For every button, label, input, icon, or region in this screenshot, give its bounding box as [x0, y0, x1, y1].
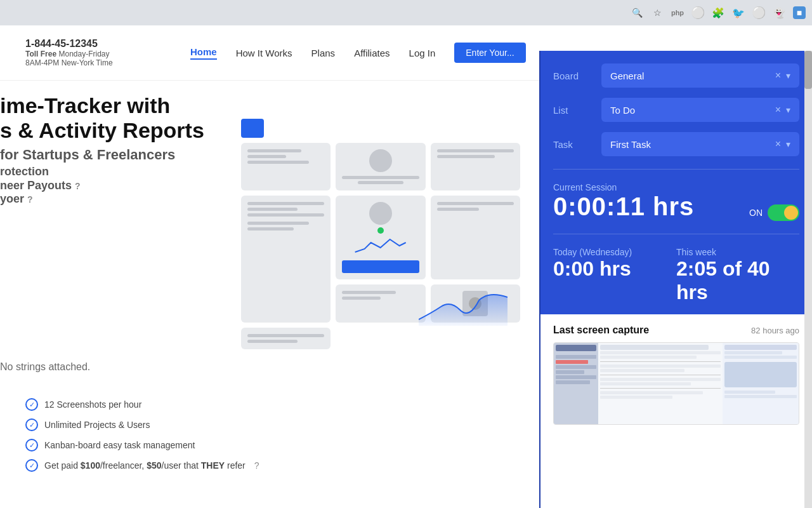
- partial-label-payouts: neer Payouts ?: [0, 179, 81, 193]
- task-select[interactable]: First Task × ▾: [601, 132, 799, 156]
- nav-home[interactable]: Home: [190, 46, 217, 60]
- session-toggle-row: Current Session 0:00:11 hrs ON: [553, 182, 799, 221]
- nav-plans[interactable]: Plans: [311, 48, 336, 58]
- no-strings: No strings attached.: [0, 361, 90, 373]
- week-stat: This week 2:05 of 40 hrs: [676, 247, 799, 304]
- task-label: Task: [553, 139, 591, 150]
- dash-card-1: [241, 143, 331, 190]
- php-icon[interactable]: php: [671, 6, 684, 19]
- app-logo-preview: [241, 119, 264, 138]
- check-icon-1: ✓: [25, 398, 38, 411]
- board-dropdown-icon[interactable]: ▾: [786, 70, 790, 81]
- site-nav: Home How It Works Plans Affiliates Log I…: [190, 43, 526, 63]
- dash-highlight-bar: [342, 260, 419, 273]
- board-select[interactable]: General × ▾: [601, 64, 799, 88]
- task-value: First Task: [610, 139, 651, 150]
- session-timer: 0:00:11 hrs: [553, 192, 694, 221]
- list-row: List To Do × ▾: [553, 98, 799, 122]
- session-left: Current Session 0:00:11 hrs: [553, 182, 694, 221]
- toggle-container: ON: [749, 204, 799, 221]
- hero-title-line1: ime-Tracker with: [0, 93, 204, 118]
- board-clear-icon[interactable]: ×: [775, 70, 781, 81]
- task-dropdown-icon[interactable]: ▾: [786, 139, 790, 149]
- extension-icon-2[interactable]: 🧩: [712, 6, 724, 19]
- session-label: Current Session: [553, 182, 694, 192]
- week-value: 2:05 of 40 hrs: [676, 257, 799, 304]
- phone-number: 1-844-45-12345: [25, 38, 152, 50]
- session-toggle[interactable]: [768, 204, 799, 221]
- week-label: This week: [676, 247, 799, 257]
- today-stat: Today (Wednesday) 0:00 hrs: [553, 247, 676, 304]
- feature-label-2: Unlimited Projects & Users: [44, 420, 150, 430]
- task-select-actions: × ▾: [775, 138, 790, 150]
- check-icon-2: ✓: [25, 418, 38, 431]
- website-container: 1-844-45-12345 Toll Free Monday-Friday 8…: [0, 25, 812, 508]
- logo-area: 1-844-45-12345 Toll Free Monday-Friday 8…: [25, 38, 152, 67]
- extension-icon-3[interactable]: 🐦: [732, 6, 745, 19]
- task-row: Task First Task × ▾: [553, 132, 799, 156]
- list-clear-icon[interactable]: ×: [775, 104, 781, 116]
- today-value: 0:00 hrs: [553, 257, 676, 281]
- star-icon[interactable]: ☆: [651, 6, 664, 19]
- last-capture-title: Last screen capture: [553, 324, 649, 336]
- hero-text: ime-Tracker with s & Activity Reports fo…: [0, 93, 204, 163]
- wave-chart: [342, 236, 419, 255]
- toggle-knob: [784, 206, 798, 220]
- chart-overlay: [419, 288, 508, 328]
- toggle-on-label: ON: [749, 208, 763, 218]
- list-label: List: [553, 105, 591, 116]
- left-partial-labels: rotection neer Payouts ? yoer ?: [0, 165, 81, 206]
- check-icon-4: ✓: [25, 459, 38, 472]
- dash-card-5: [336, 196, 425, 279]
- board-select-actions: × ▾: [775, 70, 790, 81]
- stats-row: Today (Wednesday) 0:00 hrs This week 2:0…: [553, 247, 799, 304]
- capture-thumbnail[interactable]: [553, 342, 799, 425]
- partial-label-buyer: yoer ?: [0, 192, 81, 206]
- hero-subtitle: for Startups & Freelancers: [0, 147, 204, 163]
- board-value: General: [610, 70, 644, 81]
- list-dropdown-icon[interactable]: ▾: [786, 105, 790, 115]
- task-clear-icon[interactable]: ×: [775, 138, 781, 150]
- last-capture-panel: Last screen capture 82 hours ago: [540, 314, 812, 508]
- extension-icon-4[interactable]: ⚪: [752, 6, 765, 19]
- list-select-actions: × ▾: [775, 104, 790, 116]
- partial-label-protection: rotection: [0, 165, 81, 179]
- nav-how-it-works[interactable]: How It Works: [236, 48, 292, 58]
- dash-card-6: [431, 196, 520, 279]
- dash-card-2: [336, 143, 425, 190]
- extension-icon-active[interactable]: ■: [793, 6, 806, 19]
- browser-toolbar: 🔍 ☆ php ⚪ 🧩 🐦 ⚪ 👻 ■: [631, 6, 806, 19]
- hero-title-line2: s & Activity Reports: [0, 118, 204, 143]
- board-label: Board: [553, 70, 591, 81]
- overlay-panel: Board General × ▾ List To Do × ▾ Tas: [539, 51, 812, 508]
- list-value: To Do: [610, 105, 635, 116]
- feature-label-3: Kanban-board easy task management: [44, 440, 195, 450]
- session-block: Current Session 0:00:11 hrs ON: [553, 182, 799, 221]
- today-label: Today (Wednesday): [553, 247, 676, 257]
- scrollbar-thumb[interactable]: [804, 51, 812, 89]
- help-icon-payouts[interactable]: ?: [75, 181, 81, 191]
- help-icon-buyer[interactable]: ?: [27, 194, 33, 204]
- check-icon-3: ✓: [25, 439, 38, 451]
- toll-free-info: Toll Free Monday-Friday 8AM-4PM New-York…: [25, 50, 152, 67]
- last-capture-time: 82 hours ago: [751, 326, 799, 335]
- board-row: Board General × ▾: [553, 64, 799, 88]
- info-icon[interactable]: ?: [254, 460, 259, 471]
- list-select[interactable]: To Do × ▾: [601, 98, 799, 122]
- toll-free-label: Toll Free: [25, 50, 56, 58]
- divider-1: [553, 169, 799, 170]
- browser-chrome: 🔍 ☆ php ⚪ 🧩 🐦 ⚪ 👻 ■: [0, 0, 812, 25]
- dash-card-3: [431, 143, 520, 190]
- nav-cta-button[interactable]: Enter Your...: [454, 43, 525, 63]
- hours: Monday-Friday: [58, 50, 109, 58]
- feature-label-1: 12 Screenshots per hour: [44, 399, 141, 410]
- scrollbar[interactable]: [804, 51, 812, 508]
- extension-icon-5[interactable]: 👻: [773, 6, 785, 19]
- time: 8AM-4PM New-York Time: [25, 58, 113, 67]
- last-capture-header: Last screen capture 82 hours ago: [553, 324, 799, 336]
- feature-label-4: Get paid $100/freelancer, $50/user that …: [44, 460, 246, 471]
- nav-affiliates[interactable]: Affiliates: [354, 48, 390, 58]
- extension-icon-1[interactable]: ⚪: [691, 6, 704, 19]
- search-icon[interactable]: 🔍: [631, 6, 643, 19]
- nav-login[interactable]: Log In: [409, 48, 436, 58]
